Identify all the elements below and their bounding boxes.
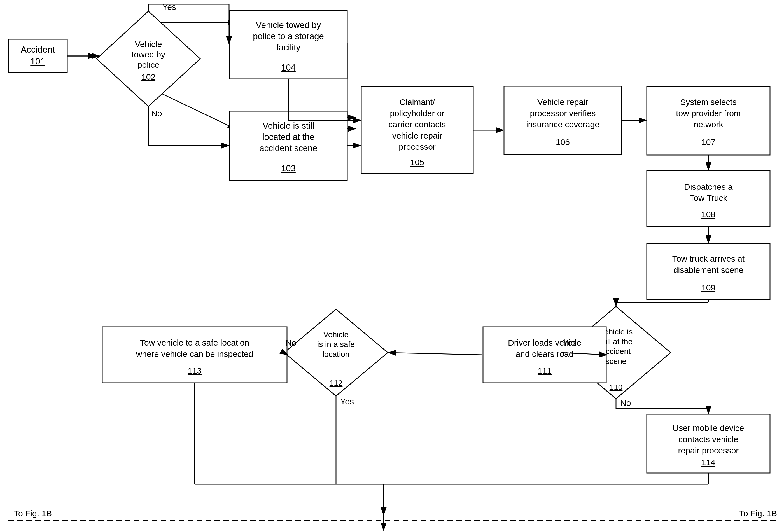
um-ref: 114 xyxy=(701,457,716,467)
dl-ref: 111 xyxy=(538,366,552,375)
as-l3: accident scene xyxy=(259,143,317,153)
disp-l1: Dispatches a xyxy=(684,182,733,191)
sel-l1: System selects xyxy=(680,97,737,107)
police-diamond-label3: police xyxy=(138,60,159,69)
sas-l4: scene xyxy=(606,357,627,365)
accident-ref: 101 xyxy=(30,56,45,66)
sas-ref: 110 xyxy=(610,383,623,391)
as-ref: 103 xyxy=(281,164,296,173)
arr-l1: Tow truck arrives at xyxy=(672,254,745,263)
main-diagram: Accident 101 Vehicle towed by police 102… xyxy=(0,0,784,532)
arrow-111-112 xyxy=(388,353,482,355)
as-l2: located at the xyxy=(262,132,314,142)
vr-l2: processor verifies xyxy=(530,109,595,118)
yes-label-112: Yes xyxy=(340,397,354,406)
ts-l3: facility xyxy=(276,42,301,52)
no-label-102: No xyxy=(151,109,162,118)
cl-l4: vehicle repair xyxy=(392,131,442,140)
cl-ref: 105 xyxy=(410,157,424,167)
sl-l3: location xyxy=(323,350,350,358)
yes-label-110: Yes xyxy=(563,338,577,347)
disp-ref: 108 xyxy=(701,210,716,219)
dl-l2: and clears road xyxy=(516,349,574,358)
cl-l3: carrier contacts xyxy=(388,120,446,129)
cl-l5: processor xyxy=(399,142,436,151)
vr-l1: Vehicle repair xyxy=(537,97,588,107)
arr-l2: disablement scene xyxy=(673,265,744,274)
ts-l2: police to a storage xyxy=(253,31,324,41)
sl-l2: is in a safe xyxy=(317,340,355,349)
sel-ref: 107 xyxy=(701,138,716,147)
police-diamond-label1: Vehicle xyxy=(135,39,162,49)
ts-ref: 104 xyxy=(281,63,296,72)
um-l3: repair processor xyxy=(678,446,739,455)
cl-l1: Claimant/ xyxy=(399,97,435,107)
tsa-l1: Tow vehicle to a safe location xyxy=(140,338,249,347)
police-diamond-label2: towed by xyxy=(132,50,165,59)
tsa-ref: 113 xyxy=(188,366,202,375)
police-diamond-ref: 102 xyxy=(141,72,156,82)
disp-l2: Tow Truck xyxy=(689,194,727,203)
cl-l2: policyholder or xyxy=(390,109,444,118)
no-label-110: No xyxy=(620,398,631,408)
sel-l3: network xyxy=(694,120,723,129)
arr-ref: 109 xyxy=(701,283,716,292)
as-l1: Vehicle is still xyxy=(263,121,314,131)
tsa-l2: where vehicle can be inspected xyxy=(136,349,253,358)
um-l1: User mobile device xyxy=(673,423,744,433)
vr-l3: insurance coverage xyxy=(526,120,599,129)
ts-l1: Vehicle towed by xyxy=(256,20,321,30)
fig-1b-right: To Fig. 1B xyxy=(739,509,777,518)
um-l2: contacts vehicle xyxy=(678,435,738,444)
accident-box xyxy=(8,39,67,73)
yes-label-102: Yes xyxy=(162,2,176,11)
diagram-svg: Accident 101 Vehicle towed by police 102… xyxy=(0,0,784,532)
vr-ref: 106 xyxy=(556,138,570,147)
fig-1b-left: To Fig. 1B xyxy=(14,509,52,518)
accident-label: Accident xyxy=(21,45,55,55)
no-label-112: No xyxy=(286,338,296,347)
sl-ref: 112 xyxy=(330,379,343,387)
sel-l2: tow provider from xyxy=(676,109,741,118)
sl-l1: Vehicle xyxy=(324,330,348,339)
